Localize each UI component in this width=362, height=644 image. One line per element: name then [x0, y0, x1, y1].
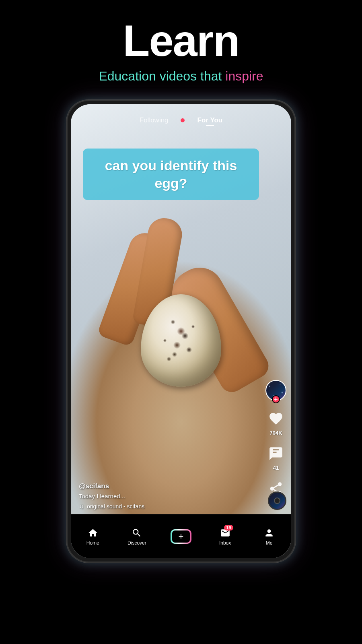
subtitle-highlight: inspire: [225, 69, 263, 83]
creator-avatar-container[interactable]: +: [265, 380, 286, 401]
home-label: Home: [86, 540, 99, 546]
inbox-icon: 19: [220, 527, 231, 539]
comment-button[interactable]: 41: [266, 444, 286, 471]
top-section: Learn Education videos that inspire: [0, 0, 362, 96]
subtitle: Education videos that inspire: [0, 69, 362, 84]
page-title: Learn: [0, 16, 362, 65]
discover-label: Discover: [128, 540, 146, 546]
create-button[interactable]: +: [171, 529, 191, 544]
inbox-label: Inbox: [219, 540, 231, 546]
home-icon: [87, 527, 99, 539]
video-top-bar: Following For You: [71, 104, 291, 132]
video-info: @scifans Today I learned... ♫ original s…: [79, 482, 259, 510]
heart-icon: [266, 409, 286, 428]
music-note-icon: ♫: [79, 503, 84, 510]
live-indicator: [181, 118, 185, 122]
nav-home[interactable]: Home: [71, 527, 115, 546]
nav-create[interactable]: +: [159, 529, 203, 544]
creator-username[interactable]: @scifans: [79, 482, 259, 490]
subtitle-start: Education videos that: [99, 69, 225, 83]
following-tab[interactable]: Following: [140, 116, 169, 124]
for-you-tab[interactable]: For You: [197, 116, 223, 124]
like-button[interactable]: 704K: [266, 409, 286, 436]
plus-icon: +: [172, 530, 190, 543]
right-action-bar: + 704K: [265, 380, 286, 506]
nav-me[interactable]: Me: [247, 527, 291, 546]
like-count: 704K: [269, 430, 282, 436]
video-description: Today I learned...: [79, 493, 259, 500]
nav-discover[interactable]: Discover: [115, 527, 159, 546]
inbox-badge: 19: [224, 525, 233, 530]
comment-count: 41: [273, 465, 279, 471]
bottom-navigation: Home Discover +: [71, 514, 291, 558]
phone-mockup: Following For You can you identify this …: [0, 100, 362, 563]
sound-info[interactable]: ♫ original sound - scifans: [79, 503, 259, 510]
me-label: Me: [266, 540, 273, 546]
sound-name: original sound - scifans: [87, 503, 144, 510]
discover-icon: [131, 527, 142, 539]
follow-plus-button[interactable]: +: [272, 395, 280, 403]
video-area[interactable]: Following For You can you identify this …: [71, 104, 291, 558]
nav-inbox[interactable]: 19 Inbox: [203, 527, 247, 546]
sound-disc[interactable]: [268, 491, 286, 510]
phone-frame: Following For You can you identify this …: [66, 100, 296, 563]
caption-text: can you identify this egg?: [93, 157, 249, 192]
comment-icon: [266, 444, 286, 463]
profile-icon: [263, 527, 275, 539]
caption-overlay: can you identify this egg?: [83, 149, 259, 200]
phone-screen: Following For You can you identify this …: [71, 104, 291, 558]
